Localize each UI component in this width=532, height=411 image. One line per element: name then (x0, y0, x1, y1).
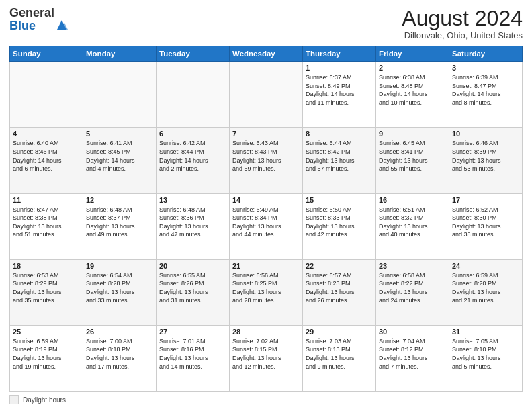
day-number: 22 (306, 262, 373, 270)
day-info: Sunrise: 6:47 AM Sunset: 8:38 PM Dayligh… (13, 205, 80, 239)
day-info: Sunrise: 6:59 AM Sunset: 8:19 PM Dayligh… (13, 337, 80, 371)
day-number: 9 (379, 130, 446, 138)
day-info: Sunrise: 6:45 AM Sunset: 8:41 PM Dayligh… (379, 139, 446, 173)
day-info: Sunrise: 6:39 AM Sunset: 8:47 PM Dayligh… (452, 73, 519, 107)
day-info: Sunrise: 6:38 AM Sunset: 8:48 PM Dayligh… (379, 73, 446, 107)
day-number: 1 (306, 64, 373, 72)
calendar-day: 19Sunrise: 6:54 AM Sunset: 8:28 PM Dayli… (83, 259, 157, 325)
day-info: Sunrise: 6:56 AM Sunset: 8:25 PM Dayligh… (232, 271, 300, 305)
calendar-day: 13Sunrise: 6:48 AM Sunset: 8:36 PM Dayli… (157, 193, 230, 259)
day-info: Sunrise: 6:59 AM Sunset: 8:20 PM Dayligh… (452, 271, 519, 305)
calendar-header-sunday: Sunday (10, 46, 83, 62)
daylight-label: Daylight hours (23, 396, 66, 404)
day-number: 20 (159, 262, 226, 270)
day-info: Sunrise: 7:05 AM Sunset: 8:10 PM Dayligh… (452, 337, 519, 371)
day-number: 4 (13, 130, 80, 138)
day-info: Sunrise: 7:04 AM Sunset: 8:12 PM Dayligh… (379, 337, 446, 371)
calendar-day: 27Sunrise: 7:01 AM Sunset: 8:16 PM Dayli… (157, 325, 230, 391)
calendar-day (83, 62, 157, 128)
calendar-week-row: 25Sunrise: 6:59 AM Sunset: 8:19 PM Dayli… (10, 325, 523, 391)
calendar-day: 29Sunrise: 7:03 AM Sunset: 8:13 PM Dayli… (303, 325, 376, 391)
day-number: 6 (159, 130, 226, 138)
calendar-day: 6Sunrise: 6:42 AM Sunset: 8:44 PM Daylig… (157, 128, 230, 193)
calendar-day: 16Sunrise: 6:51 AM Sunset: 8:32 PM Dayli… (376, 193, 449, 259)
day-number: 10 (452, 130, 519, 138)
day-info: Sunrise: 7:01 AM Sunset: 8:16 PM Dayligh… (159, 337, 226, 371)
day-number: 28 (232, 328, 300, 336)
calendar-header-tuesday: Tuesday (157, 46, 230, 62)
day-info: Sunrise: 6:50 AM Sunset: 8:33 PM Dayligh… (306, 205, 373, 239)
calendar-day: 20Sunrise: 6:55 AM Sunset: 8:26 PM Dayli… (157, 259, 230, 325)
day-info: Sunrise: 6:48 AM Sunset: 8:36 PM Dayligh… (159, 205, 226, 239)
calendar-day: 26Sunrise: 7:00 AM Sunset: 8:18 PM Dayli… (83, 325, 157, 391)
day-number: 31 (452, 328, 519, 336)
day-number: 27 (159, 328, 226, 336)
calendar-day: 2Sunrise: 6:38 AM Sunset: 8:48 PM Daylig… (376, 62, 449, 128)
day-info: Sunrise: 6:37 AM Sunset: 8:49 PM Dayligh… (306, 73, 373, 107)
day-number: 19 (86, 262, 153, 270)
calendar-day: 21Sunrise: 6:56 AM Sunset: 8:25 PM Dayli… (230, 259, 303, 325)
day-number: 2 (379, 64, 446, 72)
day-info: Sunrise: 6:40 AM Sunset: 8:46 PM Dayligh… (13, 139, 80, 173)
calendar-day: 22Sunrise: 6:57 AM Sunset: 8:23 PM Dayli… (303, 259, 376, 325)
day-number: 23 (379, 262, 446, 270)
day-info: Sunrise: 7:00 AM Sunset: 8:18 PM Dayligh… (86, 337, 153, 371)
calendar-header-wednesday: Wednesday (230, 46, 303, 62)
day-number: 12 (86, 196, 153, 204)
calendar-day: 30Sunrise: 7:04 AM Sunset: 8:12 PM Dayli… (376, 325, 449, 391)
calendar-day: 4Sunrise: 6:40 AM Sunset: 8:46 PM Daylig… (10, 128, 83, 193)
calendar-table: SundayMondayTuesdayWednesdayThursdayFrid… (9, 46, 523, 392)
calendar-day: 17Sunrise: 6:52 AM Sunset: 8:30 PM Dayli… (449, 193, 523, 259)
calendar-day: 7Sunrise: 6:43 AM Sunset: 8:43 PM Daylig… (230, 128, 303, 193)
calendar-day: 24Sunrise: 6:59 AM Sunset: 8:20 PM Dayli… (449, 259, 523, 325)
day-number: 17 (452, 196, 519, 204)
day-number: 7 (232, 130, 300, 138)
logo-blue-text: Blue (9, 19, 36, 32)
day-number: 16 (379, 196, 446, 204)
calendar-header-row: SundayMondayTuesdayWednesdayThursdayFrid… (10, 46, 523, 62)
calendar-header-saturday: Saturday (449, 46, 523, 62)
calendar-header-friday: Friday (376, 46, 449, 62)
day-info: Sunrise: 6:57 AM Sunset: 8:23 PM Dayligh… (306, 271, 373, 305)
day-number: 24 (452, 262, 519, 270)
day-info: Sunrise: 6:49 AM Sunset: 8:34 PM Dayligh… (232, 205, 300, 239)
day-info: Sunrise: 6:52 AM Sunset: 8:30 PM Dayligh… (452, 205, 519, 239)
calendar-day: 11Sunrise: 6:47 AM Sunset: 8:38 PM Dayli… (10, 193, 83, 259)
day-number: 5 (86, 130, 153, 138)
daylight-box (9, 395, 19, 404)
calendar-day: 31Sunrise: 7:05 AM Sunset: 8:10 PM Dayli… (449, 325, 523, 391)
header: General Blue August 2024 Dillonvale, Ohi… (9, 7, 523, 40)
day-info: Sunrise: 6:42 AM Sunset: 8:44 PM Dayligh… (159, 139, 226, 173)
calendar-day (10, 62, 83, 128)
day-info: Sunrise: 6:53 AM Sunset: 8:29 PM Dayligh… (13, 271, 80, 305)
day-number: 26 (86, 328, 153, 336)
calendar-week-row: 18Sunrise: 6:53 AM Sunset: 8:29 PM Dayli… (10, 259, 523, 325)
calendar-day: 15Sunrise: 6:50 AM Sunset: 8:33 PM Dayli… (303, 193, 376, 259)
calendar-day (230, 62, 303, 128)
day-number: 3 (452, 64, 519, 72)
logo-block: General Blue (9, 7, 54, 32)
calendar-day: 25Sunrise: 6:59 AM Sunset: 8:19 PM Dayli… (10, 325, 83, 391)
day-info: Sunrise: 6:41 AM Sunset: 8:45 PM Dayligh… (86, 139, 153, 173)
logo-general-text: General (9, 6, 54, 19)
day-number: 29 (306, 328, 373, 336)
logo: General Blue (9, 7, 68, 32)
day-info: Sunrise: 6:58 AM Sunset: 8:22 PM Dayligh… (379, 271, 446, 305)
day-number: 18 (13, 262, 80, 270)
calendar-day: 9Sunrise: 6:45 AM Sunset: 8:41 PM Daylig… (376, 128, 449, 193)
day-number: 25 (13, 328, 80, 336)
calendar-day: 3Sunrise: 6:39 AM Sunset: 8:47 PM Daylig… (449, 62, 523, 128)
day-number: 15 (306, 196, 373, 204)
day-info: Sunrise: 6:46 AM Sunset: 8:39 PM Dayligh… (452, 139, 519, 173)
calendar-day: 5Sunrise: 6:41 AM Sunset: 8:45 PM Daylig… (83, 128, 157, 193)
day-info: Sunrise: 6:51 AM Sunset: 8:32 PM Dayligh… (379, 205, 446, 239)
day-number: 14 (232, 196, 300, 204)
calendar-day: 10Sunrise: 6:46 AM Sunset: 8:39 PM Dayli… (449, 128, 523, 193)
calendar-day: 12Sunrise: 6:48 AM Sunset: 8:37 PM Dayli… (83, 193, 157, 259)
calendar-header-monday: Monday (83, 46, 157, 62)
day-number: 30 (379, 328, 446, 336)
calendar-day: 1Sunrise: 6:37 AM Sunset: 8:49 PM Daylig… (303, 62, 376, 128)
main-title: August 2024 (402, 7, 523, 30)
day-info: Sunrise: 6:44 AM Sunset: 8:42 PM Dayligh… (306, 139, 373, 173)
day-info: Sunrise: 6:54 AM Sunset: 8:28 PM Dayligh… (86, 271, 153, 305)
